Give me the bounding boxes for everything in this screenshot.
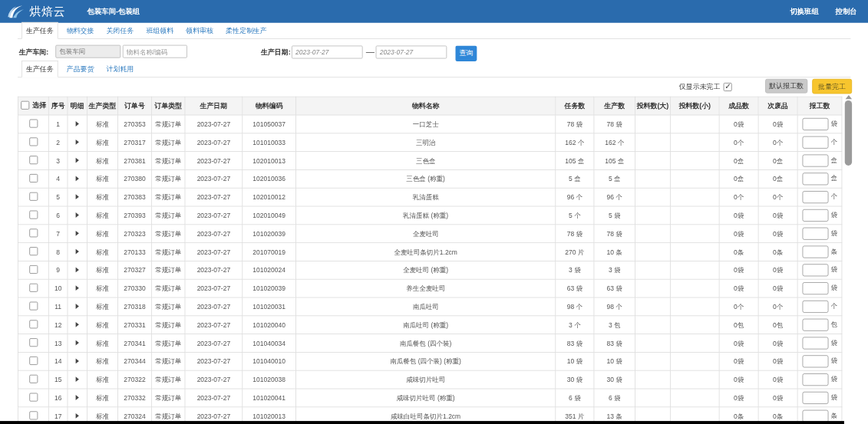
material-name-link[interactable]: 乳清蛋糕 <box>295 188 555 206</box>
material-name-link[interactable]: 三色盒 <box>295 152 555 170</box>
report-count-input[interactable] <box>802 264 828 276</box>
prod-qty-link[interactable]: 98 个 <box>594 297 635 316</box>
switch-team-link[interactable]: 切换班组 <box>790 7 818 17</box>
expand-icon[interactable] <box>76 285 79 291</box>
prod-qty-link[interactable]: 78 袋 <box>594 115 635 133</box>
row-checkbox[interactable] <box>29 393 38 402</box>
row-checkbox[interactable] <box>29 156 38 164</box>
prod-qty-link[interactable]: 105 盒 <box>594 152 635 170</box>
order-no-link[interactable]: 270330 <box>117 279 151 297</box>
material-name-link[interactable]: 养生全麦吐司 <box>295 279 555 297</box>
order-no-link[interactable]: 270318 <box>117 297 151 316</box>
order-no-link[interactable]: 270344 <box>117 352 151 370</box>
material-name-link[interactable]: 三明治 <box>295 133 555 152</box>
order-no-link[interactable]: 270393 <box>117 206 151 225</box>
expand-icon[interactable] <box>76 231 79 236</box>
expand-icon[interactable] <box>76 268 79 273</box>
material-name-link[interactable]: 南瓜吐司 <box>295 297 555 316</box>
report-count-input[interactable] <box>802 373 828 386</box>
expand-icon[interactable] <box>76 176 79 182</box>
row-checkbox[interactable] <box>29 338 38 347</box>
row-checkbox[interactable] <box>29 411 38 419</box>
sub-tab[interactable]: 生产任务 <box>21 61 58 77</box>
prod-qty-link[interactable]: 78 袋 <box>594 225 635 243</box>
report-count-input[interactable] <box>802 301 828 313</box>
prod-qty-link[interactable]: 83 袋 <box>594 334 635 353</box>
row-checkbox[interactable] <box>29 357 38 365</box>
expand-icon[interactable] <box>76 158 79 163</box>
row-checkbox[interactable] <box>29 228 38 237</box>
expand-icon[interactable] <box>76 395 79 400</box>
report-count-input[interactable] <box>802 118 828 130</box>
material-search-input[interactable] <box>123 45 187 58</box>
main-tab[interactable]: 生产任务 <box>21 22 58 39</box>
report-count-input[interactable] <box>802 191 828 203</box>
prod-qty-link[interactable]: 3 袋 <box>594 261 635 279</box>
row-checkbox[interactable] <box>29 247 38 255</box>
order-no-link[interactable]: 270327 <box>117 261 151 279</box>
report-count-input[interactable] <box>802 154 828 166</box>
row-checkbox[interactable] <box>29 375 38 383</box>
report-count-input[interactable] <box>802 337 828 349</box>
expand-icon[interactable] <box>76 212 79 218</box>
main-tab[interactable]: 柔性定制生产 <box>222 23 271 38</box>
prod-qty-link[interactable]: 10 袋 <box>594 352 635 370</box>
report-count-input[interactable] <box>802 245 828 258</box>
prod-qty-link[interactable]: 3 包 <box>594 316 635 334</box>
select-all-checkbox[interactable] <box>21 101 29 110</box>
prod-qty-link[interactable]: 30 袋 <box>594 370 635 389</box>
sub-tab[interactable]: 产品要货 <box>63 61 98 77</box>
prod-qty-link[interactable]: 5 盒 <box>594 169 635 188</box>
report-count-input[interactable] <box>802 228 828 240</box>
main-tab[interactable]: 领料审核 <box>182 23 217 38</box>
row-checkbox[interactable] <box>29 302 38 311</box>
order-no-link[interactable]: 270133 <box>117 243 151 261</box>
only-unfinished-toggle[interactable]: 仅显示未完工 <box>679 82 732 91</box>
material-name-link[interactable]: 南瓜餐包 (四个装) (称重) <box>295 352 555 370</box>
row-checkbox[interactable] <box>29 120 38 128</box>
order-no-link[interactable]: 270331 <box>117 316 151 334</box>
prod-qty-link[interactable]: 10 条 <box>594 243 635 261</box>
report-count-input[interactable] <box>802 209 828 222</box>
material-name-link[interactable]: 全麦吐司 (称重) <box>295 261 555 279</box>
order-no-link[interactable]: 270353 <box>117 115 151 133</box>
row-checkbox[interactable] <box>29 137 38 146</box>
prod-qty-link[interactable]: 96 个 <box>594 188 635 206</box>
row-checkbox[interactable] <box>29 211 38 219</box>
report-count-input[interactable] <box>802 355 828 367</box>
scroll-up-icon[interactable] <box>845 95 852 99</box>
main-tab[interactable]: 班组领料 <box>142 23 177 38</box>
order-no-link[interactable]: 270323 <box>117 225 151 243</box>
material-name-link[interactable]: 全麦吐司 <box>295 225 555 243</box>
workshop-filter-input[interactable] <box>55 45 120 58</box>
expand-icon[interactable] <box>76 304 79 309</box>
row-checkbox[interactable] <box>29 320 38 328</box>
row-checkbox[interactable] <box>29 284 38 292</box>
material-name-link[interactable]: 咸味切片吐司 <box>295 370 555 389</box>
expand-icon[interactable] <box>76 194 79 199</box>
expand-icon[interactable] <box>76 413 79 419</box>
material-name-link[interactable]: 全麦吐司条切片1.2cm <box>295 243 555 261</box>
only-unfinished-checkbox[interactable] <box>724 83 732 91</box>
report-count-input[interactable] <box>802 282 828 294</box>
order-no-link[interactable]: 270317 <box>117 133 151 152</box>
expand-icon[interactable] <box>76 121 79 127</box>
row-checkbox[interactable] <box>29 174 38 182</box>
order-no-link[interactable]: 270381 <box>117 152 151 170</box>
prod-qty-link[interactable]: 162 个 <box>594 133 635 152</box>
prod-qty-link[interactable]: 5 袋 <box>594 206 635 225</box>
date-from-input[interactable] <box>292 46 363 59</box>
report-count-input[interactable] <box>802 392 828 404</box>
report-count-input[interactable] <box>802 173 828 185</box>
row-checkbox[interactable] <box>29 192 38 201</box>
scrollbar-thumb[interactable] <box>845 100 852 166</box>
main-tab[interactable]: 物料交接 <box>63 23 98 38</box>
material-name-link[interactable]: 三色盒 (称重) <box>295 169 555 188</box>
order-no-link[interactable]: 270380 <box>117 169 151 188</box>
vertical-scrollbar[interactable] <box>845 95 852 166</box>
material-name-link[interactable]: 乳清蛋糕 (称重) <box>295 206 555 225</box>
batch-finish-button[interactable]: 批量完工 <box>812 79 852 94</box>
topbar-workshop-nav[interactable]: 包装车间-包装组 <box>87 7 140 17</box>
report-count-input[interactable] <box>802 136 828 149</box>
order-no-link[interactable]: 270322 <box>117 370 151 389</box>
